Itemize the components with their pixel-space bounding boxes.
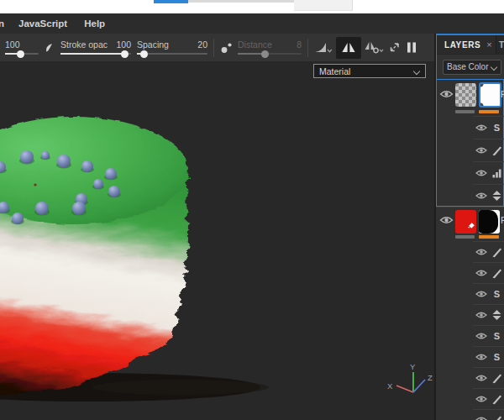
layer-effect-row-s[interactable]: S	[473, 325, 504, 346]
layer-opacity-bars	[436, 109, 504, 116]
layer-group-2[interactable]: P SSS	[436, 207, 504, 420]
layer-effect-row-s[interactable]: S	[473, 116, 504, 139]
mirror-symmetry-button[interactable]	[336, 37, 361, 59]
visibility-eye-icon[interactable]	[475, 311, 487, 319]
pen-effect-icon	[491, 145, 502, 156]
channel-dropdown-value: Base Color	[447, 62, 488, 71]
visibility-eye-icon[interactable]	[475, 248, 487, 256]
visibility-eye-icon[interactable]	[475, 353, 487, 361]
layer-content-thumbnail-red[interactable]	[455, 210, 476, 234]
s-effect-icon: S	[491, 290, 502, 299]
panel-focus-border	[436, 35, 437, 203]
size-value[interactable]: 100	[5, 40, 20, 49]
brush-toolbar: 100 Stroke opac 100 Spacing 20 Dist	[0, 34, 436, 61]
orange-channel-bar[interactable]	[479, 235, 499, 239]
fill-cursor-icon	[467, 218, 475, 233]
pen-effect-icon	[491, 394, 502, 405]
toolbar-divider	[213, 39, 214, 57]
stroke-opacity-value[interactable]: 100	[116, 40, 131, 49]
layer-content-thumbnail[interactable]	[455, 83, 476, 107]
visibility-eye-icon[interactable]	[475, 395, 487, 403]
visibility-eye-icon[interactable]	[475, 146, 487, 155]
tab-next-fragment[interactable]: T	[496, 35, 504, 54]
browser-strip	[0, 0, 504, 13]
channel-dropdown[interactable]: Base Color	[443, 60, 501, 75]
distance-value: 8	[297, 40, 302, 49]
layer-mask-thumbnail-black[interactable]	[479, 210, 500, 234]
pen-effect-icon	[491, 415, 502, 420]
channel-row: Base Color	[436, 55, 504, 79]
layer-effect-row-flip[interactable]	[473, 184, 504, 207]
gray-opacity-bar[interactable]	[455, 110, 475, 113]
gray-opacity-bar[interactable]	[455, 235, 475, 239]
chevron-down-icon	[414, 68, 420, 74]
scatter-dots-icon[interactable]	[220, 41, 233, 55]
pause-icon[interactable]	[407, 42, 417, 53]
distance-label: Distance	[238, 40, 272, 49]
tab-layers[interactable]: LAYERS	[444, 40, 480, 50]
layer-effect-row-pen[interactable]	[473, 388, 504, 409]
layer-effect-row-pen[interactable]	[473, 367, 504, 388]
spacing-slider[interactable]	[137, 53, 207, 55]
size-slider[interactable]	[5, 53, 39, 55]
orange-channel-bar[interactable]	[479, 110, 499, 113]
layer-effect-row-pen[interactable]	[473, 241, 504, 262]
layer-effect-row-s[interactable]: S	[473, 283, 504, 304]
blue-progress-bar	[154, 0, 188, 3]
stroke-opacity-slider[interactable]	[60, 53, 131, 55]
layer-effect-row-pen[interactable]	[473, 139, 504, 161]
menu-item-javascript[interactable]: JavaScript	[18, 18, 67, 29]
close-tab-icon[interactable]: ×	[486, 39, 491, 50]
pen-effect-icon	[491, 247, 502, 258]
brush-falloff-icon[interactable]	[44, 42, 55, 54]
spacing-group: Spacing 20	[137, 40, 207, 55]
visibility-eye-icon[interactable]	[475, 123, 487, 132]
layer-name-fragment: P	[501, 89, 504, 99]
layer-group-1[interactable]: P S	[436, 79, 504, 207]
material-dropdown[interactable]: Material	[313, 64, 426, 78]
axis-z-label: Z	[428, 373, 433, 382]
falloff-curve-icon[interactable]	[314, 41, 333, 55]
flip-effect-icon	[491, 309, 502, 321]
menu-item-clipped[interactable]: n	[0, 18, 7, 29]
pen-effect-icon	[491, 268, 502, 279]
layer-effects-list: SSS	[436, 241, 504, 420]
visibility-eye-icon[interactable]	[475, 416, 487, 420]
layer-opacity-bars	[436, 234, 504, 241]
visibility-eye-icon[interactable]	[439, 213, 454, 228]
visibility-eye-icon[interactable]	[439, 87, 454, 102]
transform-arrows-icon[interactable]	[387, 41, 402, 54]
app-window: n JavaScript Help 100 Stroke opac 100 Sp…	[0, 0, 504, 420]
axis-gizmo: X Y Z	[387, 362, 433, 392]
layer-effect-row-pen[interactable]	[473, 262, 504, 283]
material-dropdown-value: Material	[319, 66, 350, 76]
visibility-eye-icon[interactable]	[475, 192, 487, 200]
spacing-value[interactable]: 20	[197, 40, 207, 49]
layer-effect-row-pen[interactable]	[473, 409, 504, 420]
visibility-eye-icon[interactable]	[475, 374, 487, 382]
layer-effect-row-s[interactable]: S	[473, 346, 504, 367]
visibility-eye-icon[interactable]	[475, 169, 487, 177]
layer-mask-thumbnail-selected[interactable]	[479, 82, 501, 108]
visibility-eye-icon[interactable]	[475, 290, 487, 298]
layer-group-1-header[interactable]: P	[436, 79, 504, 109]
layer-group-2-header[interactable]: P	[436, 207, 504, 234]
red-speck	[34, 183, 36, 186]
mirror-symmetry-settings-icon[interactable]	[364, 41, 384, 55]
stroke-opacity-group: Stroke opac 100	[60, 40, 131, 55]
layer-effect-row-flip[interactable]	[473, 304, 504, 325]
layer-name-fragment: P	[501, 215, 504, 225]
visibility-eye-icon[interactable]	[475, 269, 487, 277]
layers-panel: LAYERS × T Base Color P	[436, 34, 504, 420]
chevron-down-icon	[491, 64, 497, 70]
axis-x-label: X	[387, 381, 393, 391]
3d-viewport[interactable]: X Y Z Material	[0, 61, 434, 420]
menu-item-help[interactable]: Help	[84, 18, 105, 29]
visibility-eye-icon[interactable]	[475, 332, 487, 340]
levels-effect-icon	[491, 168, 502, 178]
layer-effect-row-levels[interactable]	[473, 161, 504, 184]
viewport-3d-render[interactable]: X Y Z	[0, 61, 434, 420]
layers-list: P S	[436, 79, 504, 420]
axis-y-label: Y	[410, 362, 416, 371]
pen-effect-icon	[491, 373, 502, 384]
